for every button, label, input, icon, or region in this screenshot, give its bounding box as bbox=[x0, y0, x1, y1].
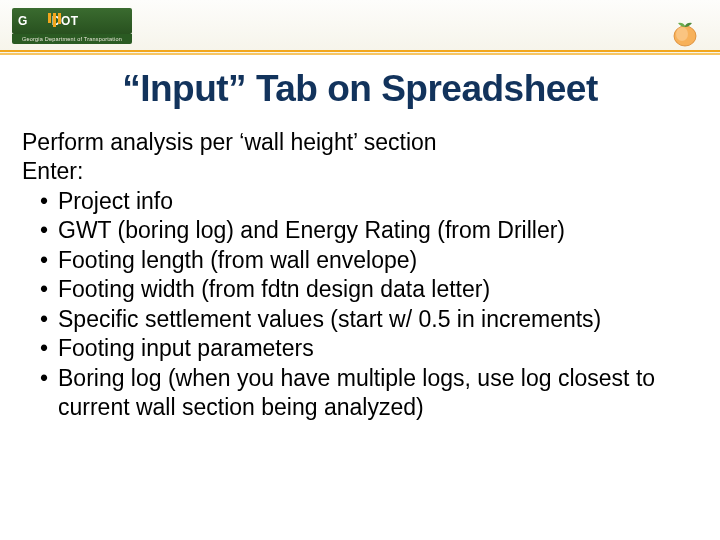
list-item: Specific settlement values (start w/ 0.5… bbox=[40, 305, 700, 334]
lead-line-1: Perform analysis per ‘wall height’ secti… bbox=[22, 128, 700, 157]
header-divider bbox=[0, 50, 720, 56]
list-item: Boring log (when you have multiple logs,… bbox=[40, 364, 700, 423]
list-item: Footing input parameters bbox=[40, 334, 700, 363]
bullet-list: Project info GWT (boring log) and Energy… bbox=[22, 187, 700, 423]
logo-subtitle: Georgia Department of Transportation bbox=[12, 34, 132, 44]
bullet-text: Specific settlement values (start w/ 0.5… bbox=[58, 306, 601, 332]
logo-main: G DOT bbox=[12, 8, 132, 34]
lead-line-2: Enter: bbox=[22, 157, 700, 186]
bullet-text: Footing length (from wall envelope) bbox=[58, 247, 417, 273]
svg-point-1 bbox=[676, 27, 688, 41]
list-item: Footing width (from fdtn design data let… bbox=[40, 275, 700, 304]
gdot-logo: G DOT Georgia Department of Transportati… bbox=[12, 8, 132, 46]
header-band: G DOT Georgia Department of Transportati… bbox=[0, 0, 720, 54]
slide-body: Perform analysis per ‘wall height’ secti… bbox=[0, 110, 720, 422]
bullet-text: Footing input parameters bbox=[58, 335, 314, 361]
list-item: Project info bbox=[40, 187, 700, 216]
list-item: GWT (boring log) and Energy Rating (from… bbox=[40, 216, 700, 245]
logo-g: G bbox=[18, 14, 28, 28]
list-item: Footing length (from wall envelope) bbox=[40, 246, 700, 275]
bullet-text: Project info bbox=[58, 188, 173, 214]
logo-bars-icon bbox=[48, 13, 61, 27]
slide-title: “Input” Tab on Spreadsheet bbox=[0, 68, 720, 110]
bullet-text: Footing width (from fdtn design data let… bbox=[58, 276, 490, 302]
bullet-text: GWT (boring log) and Energy Rating (from… bbox=[58, 217, 565, 243]
bullet-text: Boring log (when you have multiple logs,… bbox=[58, 365, 655, 420]
peach-icon bbox=[670, 18, 700, 48]
